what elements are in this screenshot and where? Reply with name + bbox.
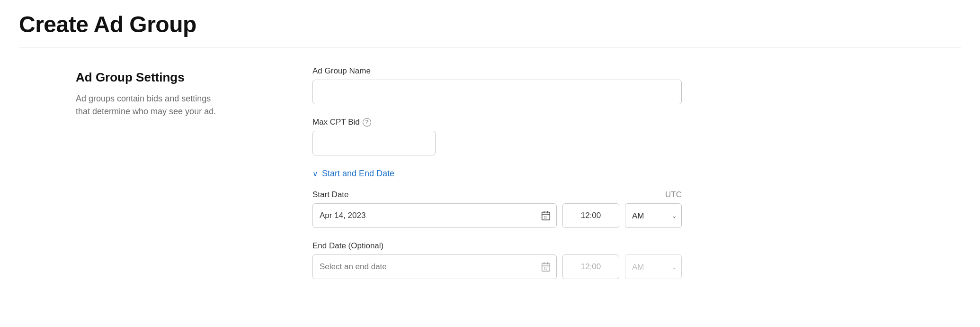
- end-date-group: End Date (Optional) 31: [312, 241, 682, 279]
- end-date-calendar-icon[interactable]: 31: [541, 262, 551, 272]
- form-section: Ad Group Name Max CPT Bid ? ∨ Start and …: [256, 66, 682, 292]
- start-time-input[interactable]: [562, 203, 619, 228]
- start-date-section-label: Start Date UTC: [312, 190, 682, 200]
- start-date-calendar-icon[interactable]: 31: [541, 210, 551, 221]
- end-date-input[interactable]: [312, 254, 557, 279]
- end-ampm-select[interactable]: AM PM: [625, 254, 682, 279]
- start-date-row: 31 AM PM ⌄: [312, 203, 682, 228]
- svg-text:31: 31: [543, 267, 547, 270]
- start-ampm-wrapper: AM PM ⌄: [625, 203, 682, 228]
- start-date-label: Start Date: [312, 190, 349, 200]
- svg-text:31: 31: [543, 216, 547, 219]
- end-date-row: 31 AM PM ⌄: [312, 254, 682, 279]
- sidebar-section: Ad Group Settings Ad groups contain bids…: [76, 66, 256, 292]
- utc-label: UTC: [665, 190, 682, 200]
- start-ampm-select[interactable]: AM PM: [625, 203, 682, 228]
- page-container: Create Ad Group Ad Group Settings Ad gro…: [0, 0, 980, 311]
- page-title: Create Ad Group: [19, 11, 961, 37]
- max-cpt-bid-input[interactable]: [312, 131, 436, 155]
- section-divider: [19, 47, 961, 47]
- max-cpt-bid-label: Max CPT Bid ?: [312, 118, 682, 127]
- sidebar-title: Ad Group Settings: [76, 70, 256, 85]
- content-layout: Ad Group Settings Ad groups contain bids…: [19, 66, 961, 292]
- start-end-date-label: Start and End Date: [322, 169, 394, 179]
- ad-group-name-input[interactable]: [312, 80, 682, 104]
- max-cpt-bid-group: Max CPT Bid ?: [312, 118, 682, 155]
- end-ampm-wrapper: AM PM ⌄: [625, 254, 682, 279]
- end-date-input-wrapper: 31: [312, 254, 557, 279]
- max-cpt-bid-help-icon[interactable]: ?: [363, 118, 371, 127]
- ad-group-name-label: Ad Group Name: [312, 66, 682, 76]
- end-time-input[interactable]: [562, 254, 619, 279]
- start-date-input-wrapper: 31: [312, 203, 557, 228]
- ad-group-name-group: Ad Group Name: [312, 66, 682, 104]
- end-date-label: End Date (Optional): [312, 241, 383, 251]
- start-date-group: Start Date UTC 31: [312, 190, 682, 228]
- end-date-section-label: End Date (Optional): [312, 241, 682, 251]
- sidebar-description: Ad groups contain bids and settings that…: [76, 92, 227, 118]
- chevron-down-icon: ∨: [312, 169, 318, 178]
- start-end-date-toggle[interactable]: ∨ Start and End Date: [312, 169, 682, 179]
- start-date-input[interactable]: [312, 203, 557, 228]
